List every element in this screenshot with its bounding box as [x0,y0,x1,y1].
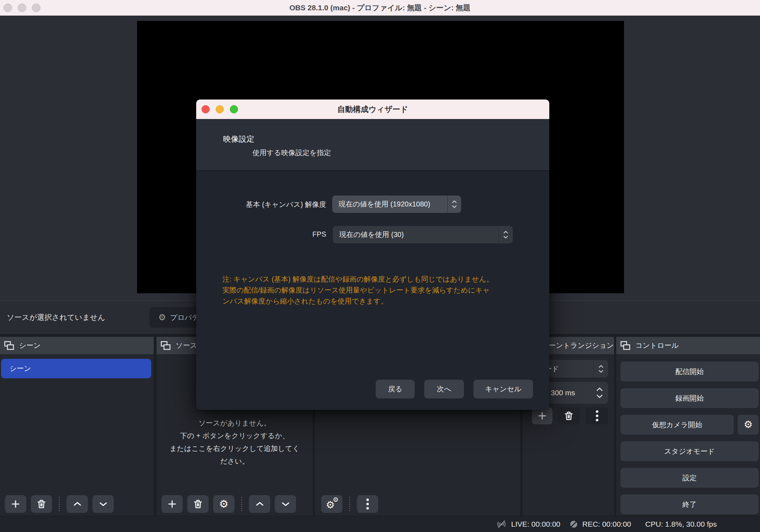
cpu-stats: CPU: 1.8%, 30.00 fps [645,520,717,528]
move-scene-up-button[interactable] [67,495,88,513]
kebab-menu-icon [596,410,599,421]
stepper-down-icon [596,394,603,398]
fps-value: 現在の値を使用 (30) [339,226,404,243]
step-title: 映像設定 [223,134,254,145]
scenes-dock-header[interactable]: シーン [0,337,154,354]
start-recording-button[interactable]: 録画開始 [620,388,759,408]
exit-button[interactable]: 終了 [620,494,759,514]
stepper-up-icon [452,200,457,203]
trash-icon [37,499,46,509]
scene-item-label: シーン [10,364,31,372]
controls-dock-header[interactable]: コントロール [616,337,760,354]
live-time: LIVE: 00:00:00 [511,520,560,528]
virtual-camera-settings-button[interactable]: ⚙ [738,415,759,435]
stepper-up-icon [503,231,508,234]
controls-dock-title: コントロール [635,341,679,350]
next-button[interactable]: 次へ [424,380,464,398]
cpu-status: CPU: 1.8%, 30.00 fps [645,520,717,528]
plus-icon [11,500,20,508]
start-virtual-camera-button[interactable]: 仮想カメラ開始 [620,415,734,435]
back-button[interactable]: 戻る [376,380,415,398]
advanced-audio-properties-button[interactable]: ⚙ ⚙ [321,495,342,513]
gear-icon: ⚙ [744,420,753,430]
studio-mode-button[interactable]: スタジオモード [620,441,759,461]
rec-time: REC: 00:00:00 [582,520,631,528]
scenes-dock: シーン シーン [0,337,154,516]
dialog-title: 自動構成ウィザード [196,100,549,119]
remove-scene-button[interactable] [31,495,52,513]
move-source-up-button[interactable] [249,495,270,513]
chevron-up-icon [73,500,82,508]
fps-stepper[interactable] [498,226,513,243]
stepper-up-icon [596,387,603,391]
fps-select[interactable]: 現在の値を使用 (30) [333,226,513,243]
sources-dock-title: ソース [176,341,197,350]
transitions-toolbar [522,407,614,424]
chevron-down-icon [99,500,108,508]
stepper-down-icon [599,370,603,373]
transition-menu-button[interactable] [586,407,608,424]
mixer-menu-button[interactable] [357,495,378,513]
fps-label: FPS [196,230,326,238]
sources-toolbar: ⚙ [157,492,313,516]
dock-icon [161,341,171,350]
resolution-label: 基本 (キャンバス) 解像度 [196,200,326,209]
remove-transition-button[interactable] [558,407,580,424]
stepper-down-icon [503,236,508,239]
empty-line: ソースがありません。 [157,417,313,429]
dialog-titlebar: 自動構成ウィザード [196,100,549,119]
dialog-step-header: 映像設定 使用する映像設定を指定 [196,119,549,171]
chevron-down-icon [281,500,290,508]
gear-icon: ⚙ [158,313,166,322]
stepper-up-icon [599,365,603,368]
live-status: LIVE: 00:00:00 [496,520,560,529]
note-line: 実際の配信/録画の解像度はリソース使用量やビットレート要求を減らすためにキャ [222,285,534,296]
empty-line: ださい。 [157,455,313,468]
auto-config-wizard-dialog: 自動構成ウィザード 映像設定 使用する映像設定を指定 基本 (キャンバス) 解像… [196,100,549,410]
stepper-down-icon [452,205,457,208]
chevron-up-icon [255,500,264,508]
add-source-button[interactable] [161,495,183,513]
move-scene-down-button[interactable] [92,495,114,513]
plus-icon [538,412,546,420]
sources-empty-message: ソースがありません。 下の + ボタンをクリックするか、 またはここを右クリック… [157,417,313,468]
add-scene-button[interactable] [5,495,26,513]
plus-icon [168,500,176,508]
scenes-toolbar [0,492,154,516]
toolbar-divider [241,497,242,511]
live-status-icon [496,520,507,529]
rec-status-icon [569,520,578,528]
source-properties-button[interactable]: ⚙ [213,495,234,513]
resolution-value: 現在の値を使用 (1920x1080) [339,196,430,213]
resolution-stepper[interactable] [447,196,461,213]
toolbar-divider [59,497,60,511]
scenes-dock-title: シーン [19,341,41,350]
gear-icon: ⚙ [219,499,229,509]
note-line: ンバス解像度から縮小されたものを使用できます。 [222,296,534,307]
double-gear-icon: ⚙ ⚙ [326,498,338,510]
note-line: 注: キャンバス (基本) 解像度は配信や録画の解像度と必ずしも同じではありませ… [222,274,534,285]
move-source-down-button[interactable] [275,495,296,513]
mixer-toolbar: ⚙ ⚙ [315,492,520,516]
step-subtitle: 使用する映像設定を指定 [253,148,331,158]
resolution-select[interactable]: 現在の値を使用 (1920x1080) [332,196,461,213]
transition-stepper[interactable] [594,360,608,378]
obs-window: OBS 28.1.0 (mac) - プロファイル: 無題 - シーン: 無題 … [0,0,760,532]
dock-icon [4,341,14,350]
kebab-menu-icon [366,498,369,510]
scene-list-item[interactable]: シーン [1,359,151,378]
cancel-button[interactable]: キャンセル [473,380,533,398]
add-transition-button[interactable] [532,407,552,424]
empty-line: またはここを右クリックして追加してく [157,442,313,455]
duration-stepper[interactable] [596,382,603,404]
window-title: OBS 28.1.0 (mac) - プロファイル: 無題 - シーン: 無題 [0,0,760,16]
canvas-resolution-note: 注: キャンバス (基本) 解像度は配信や録画の解像度と必ずしも同じではありませ… [222,274,534,307]
remove-source-button[interactable] [187,495,209,513]
no-source-selected-label: ソースが選択されていません [7,301,105,334]
start-streaming-button[interactable]: 配信開始 [620,362,759,381]
trash-icon [193,499,203,509]
settings-button[interactable]: 設定 [620,468,759,488]
dock-icon [620,341,630,350]
transitions-dock-title: シーントランジション [541,341,614,350]
duration-value: 300 ms [551,382,575,404]
